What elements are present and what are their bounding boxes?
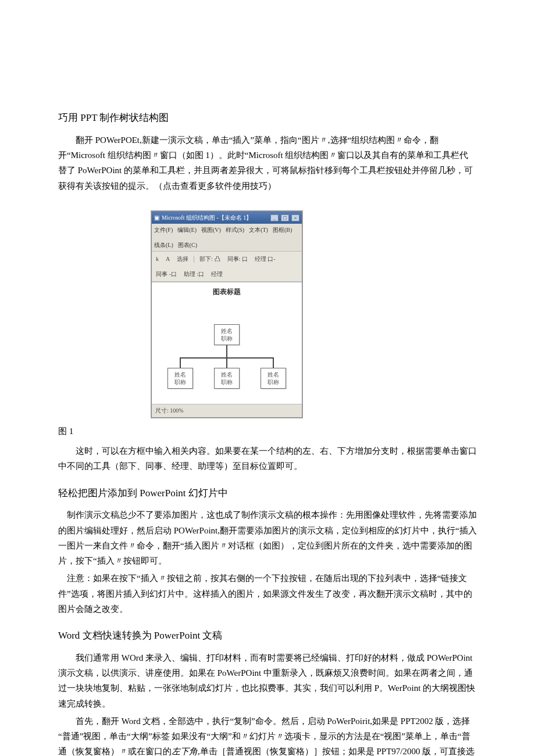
connector [180,357,181,368]
org-name: 姓名 [168,371,192,378]
org-name: 姓名 [215,327,239,335]
section1-title: 巧用 PPT 制作树状结构图 [58,109,477,127]
org-name: 姓名 [215,371,239,378]
menu-box[interactable]: 图框(B) [273,225,292,235]
org-box-c[interactable]: 姓名 职称 [261,368,286,389]
figure-1-caption: 图 1 [58,424,477,439]
tool-coworker-right[interactable]: 同事 -口 [154,268,179,280]
tool-subordinate[interactable]: 部下: 凸 [198,253,222,265]
section2-p1: 制作演示文稿总少不了要添加图片，这也成了制作演示文稿的根本操作：先用图像处理软件… [58,507,477,568]
org-box-top[interactable]: 姓名 职称 [214,324,240,345]
menu-text[interactable]: 文本(T) [249,225,268,235]
section3-p2-italic: 左下角, [172,747,200,756]
tool-pointer[interactable]: k [154,253,160,265]
menu-style[interactable]: 样式(S) [226,225,244,235]
maximize-button[interactable]: □ [281,214,289,221]
section1-after-figure: 这时，可以在方框中输入相关内容。如果要在某一个结构的左、右、下方增加分支时，根据… [58,443,477,474]
menu-view[interactable]: 视图(V) [201,225,221,235]
connector [226,345,227,357]
app-titlebar: ▣ Microsoft 组织结构图 -【未命名 1】 _ □ × [152,212,302,224]
tool-text[interactable]: A [164,253,172,265]
connector [273,357,274,368]
menu-edit[interactable]: 编辑(E) [177,225,197,235]
tool-manager[interactable]: 经理 口- [253,253,277,265]
menu-line[interactable]: 线条(L) [154,240,173,250]
app-window: ▣ Microsoft 组织结构图 -【未命名 1】 _ □ × 文件(F) 编… [151,211,302,418]
chart-title[interactable]: 图表标题 [152,286,302,298]
tool-assistant[interactable]: 助理 :口 [182,268,206,280]
org-chart-canvas[interactable]: 图表标题 姓名 职称 姓名 职称 姓名 职称 姓名 职称 [152,282,302,404]
section3-p1: 我们通常用 WOrd 来录入、编辑、打印材料，而有时需要将已经编辑、打印好的材料… [58,650,477,711]
toolbar-separator [194,256,194,263]
org-box-b[interactable]: 姓名 职称 [214,368,240,389]
menu-file[interactable]: 文件(F) [154,225,173,235]
section2-title: 轻松把图片添加到 PowerPoint 幻灯片中 [58,485,477,502]
org-title: 职称 [215,378,239,386]
org-box-a[interactable]: 姓名 职称 [167,368,193,389]
section1-body: 翻开 POWerPOEt,新建一演示文稿，单击“插入”菜单，指向“图片〃,选择“… [58,132,477,194]
connector [226,357,227,368]
section3-p2: 首先，翻开 Word 文档，全部选中，执行“复制”命令。然后，启动 PoWerP… [58,714,477,756]
app-title: Microsoft 组织结构图 -【未命名 1】 [162,213,252,223]
close-button[interactable]: × [291,214,299,221]
org-name: 姓名 [261,371,286,378]
tool-coworker-left[interactable]: 同事: 口 [226,253,249,265]
app-icon: ▣ [154,213,159,223]
section3-title: Word 文档快速转换为 PowerPoint 文稿 [58,627,477,644]
org-title: 职称 [261,378,286,386]
minimize-button[interactable]: _ [270,214,279,221]
tool-manager2[interactable]: 经理 [209,268,224,280]
section2-p2: 注意：如果在按下“插入〃按钮之前，按其右侧的一个下拉按钮，在随后出现的下拉列表中… [58,571,477,617]
org-title: 职称 [215,335,239,342]
app-toolbar: k A 选择 部下: 凸 同事: 口 经理 口- 同事 -口 助理 :口 经理 [152,252,302,282]
tool-select[interactable]: 选择 [175,253,190,265]
menu-chart[interactable]: 图表(C) [178,240,197,250]
app-statusbar: 尺寸: 100% [152,404,302,417]
org-title: 职称 [168,378,192,386]
figure-1: ▣ Microsoft 组织结构图 -【未命名 1】 _ □ × 文件(F) 编… [151,211,302,418]
app-menubar: 文件(F) 编辑(E) 视图(V) 样式(S) 文本(T) 图框(B) 线条(L… [152,224,302,252]
